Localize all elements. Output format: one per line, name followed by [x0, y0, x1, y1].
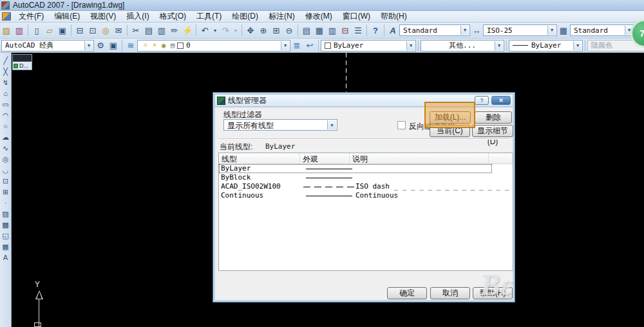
dim-style-combo[interactable]: ISO-25 ▼: [483, 24, 557, 36]
menu-format[interactable]: 格式(O): [155, 10, 191, 23]
ok-button[interactable]: 确定: [387, 287, 427, 299]
etransmit-icon[interactable]: ✉: [112, 24, 125, 37]
properties-icon[interactable]: ▤: [300, 24, 313, 37]
zoom-window-icon[interactable]: ⊞: [270, 24, 283, 37]
misc-tool-icon-1[interactable]: ▨: [0, 24, 13, 37]
linetype-filter-combo[interactable]: 显示所有线型 ▼: [223, 119, 337, 131]
delete-button[interactable]: 删除: [475, 111, 512, 124]
polygon-icon[interactable]: ⌂: [1, 88, 11, 98]
insert-block-icon[interactable]: ⊡: [1, 176, 11, 186]
column-header-appearance[interactable]: 外观: [300, 153, 350, 164]
color-combo[interactable]: ByLayer ▼: [321, 40, 416, 51]
zoom-previous-icon[interactable]: ⊖: [283, 24, 296, 37]
undo-dropdown-icon[interactable]: ▾: [211, 24, 219, 37]
construction-line-icon[interactable]: ╳: [1, 66, 11, 77]
help-button[interactable]: 帮助(H): [473, 287, 513, 299]
menu-view[interactable]: 视图(V): [85, 10, 121, 23]
circle-icon[interactable]: ○: [1, 121, 11, 131]
lineweight-combo[interactable]: ByLayer ▼: [509, 40, 583, 51]
linetype-row-byblock[interactable]: ByBlock: [219, 173, 492, 182]
invert-filter-checkbox[interactable]: [397, 121, 406, 129]
layer-on-icon[interactable]: ☼: [141, 39, 150, 51]
layer-freeze-icon[interactable]: ☀: [150, 39, 159, 51]
table-style-combo[interactable]: Standard ▼: [570, 24, 634, 36]
workspace-settings-icon[interactable]: ⚙: [94, 39, 107, 51]
rectangle-icon[interactable]: ▭: [1, 99, 11, 109]
workspace-save-icon[interactable]: ▣: [107, 39, 120, 51]
redo-icon[interactable]: ↷: [219, 24, 232, 37]
publish-icon[interactable]: ◎: [99, 24, 112, 37]
menu-insert[interactable]: 插入(I): [121, 10, 154, 23]
mtext-icon[interactable]: A: [1, 252, 11, 263]
redo-dropdown-icon[interactable]: ▾: [232, 24, 240, 37]
text-style-combo[interactable]: Standard ▼: [399, 24, 470, 36]
sheet-set-icon[interactable]: ⊟: [339, 24, 352, 37]
menu-tools[interactable]: 工具(T): [191, 10, 227, 23]
help-icon[interactable]: ?: [369, 24, 382, 37]
dialog-close-button[interactable]: ✕: [491, 96, 511, 105]
undo-icon[interactable]: ↶: [198, 24, 211, 37]
chevron-down-icon[interactable]: ▼: [573, 41, 582, 50]
menu-file[interactable]: 文件(F): [14, 10, 49, 23]
chevron-down-icon[interactable]: ▼: [495, 41, 503, 50]
make-block-icon[interactable]: ⊞: [1, 187, 11, 197]
chevron-down-icon[interactable]: ▼: [281, 41, 289, 50]
gradient-icon[interactable]: ▩: [1, 220, 11, 230]
ellipse-icon[interactable]: ◎: [1, 154, 11, 164]
misc-tool-icon-2[interactable]: ▥: [13, 24, 26, 37]
new-file-icon[interactable]: ▯: [30, 24, 43, 37]
menu-modify[interactable]: 修改(M): [300, 10, 337, 23]
cancel-button[interactable]: 取消: [430, 287, 470, 299]
line-icon[interactable]: ╱: [1, 55, 11, 66]
dialog-title-bar[interactable]: 线型管理器 ? ✕: [214, 94, 513, 107]
column-header-description[interactable]: 说明: [350, 153, 489, 164]
layer-manager-icon[interactable]: ≋: [124, 39, 137, 51]
arc-icon[interactable]: ◠: [1, 110, 11, 120]
make-object-layer-current-icon[interactable]: ≣: [290, 39, 303, 51]
chevron-down-icon[interactable]: ▼: [84, 41, 93, 50]
plot-icon[interactable]: ⊟: [73, 24, 86, 37]
block-editor-icon[interactable]: ⚡: [181, 24, 194, 37]
current-button[interactable]: 当前(C): [430, 125, 470, 137]
plot-preview-icon[interactable]: ⊡: [86, 24, 99, 37]
menu-dimension[interactable]: 标注(N): [263, 10, 300, 23]
point-icon[interactable]: ·: [1, 198, 11, 208]
tool-palettes-icon[interactable]: ▥: [326, 24, 339, 37]
table-icon[interactable]: ▦: [1, 241, 11, 252]
menu-help[interactable]: 帮助(H): [375, 10, 412, 23]
layer-plot-icon[interactable]: ▤: [168, 39, 177, 51]
minimized-drawing-window[interactable]: D...: [12, 54, 32, 70]
copy-icon[interactable]: ▤: [142, 24, 155, 37]
paste-icon[interactable]: ▥: [155, 24, 168, 37]
menu-edit[interactable]: 编辑(E): [49, 10, 85, 23]
workspace-combo[interactable]: AutoCAD 经典 ▼: [1, 40, 94, 51]
pan-icon[interactable]: ✥: [244, 24, 257, 37]
linetype-combo[interactable]: 其他... ▼: [421, 40, 504, 51]
linetype-row-acad-iso02w100[interactable]: ACAD_ISO02W100 ISO dash _ _ _ _ _ _ _ _ …: [219, 182, 492, 191]
hatch-icon[interactable]: ▨: [1, 209, 11, 219]
layer-lock-icon[interactable]: ◉: [159, 39, 168, 51]
quickcalc-icon[interactable]: ☰: [352, 24, 365, 37]
ellipse-arc-icon[interactable]: ◡: [1, 165, 11, 175]
chevron-down-icon[interactable]: ▼: [327, 120, 336, 129]
load-button[interactable]: 加载(L)...: [430, 111, 471, 124]
cut-icon[interactable]: ✂: [129, 24, 142, 37]
revision-cloud-icon[interactable]: ☁: [1, 132, 11, 142]
save-icon[interactable]: ▣: [56, 24, 69, 37]
chevron-down-icon[interactable]: ▼: [460, 26, 469, 35]
polyline-icon[interactable]: ↯: [1, 77, 11, 88]
menu-window[interactable]: 窗口(W): [337, 10, 375, 23]
zoom-realtime-icon[interactable]: ⊕: [257, 24, 270, 37]
linetype-row-continuous[interactable]: Continuous Continuous: [219, 191, 492, 200]
spline-icon[interactable]: ∿: [1, 143, 11, 153]
designcenter-icon[interactable]: ▦: [313, 24, 326, 37]
dialog-help-button[interactable]: ?: [475, 96, 489, 105]
chevron-down-icon[interactable]: ▼: [406, 41, 415, 50]
open-file-icon[interactable]: ▱: [43, 24, 56, 37]
show-details-button[interactable]: 显示细节(D): [472, 125, 513, 137]
layer-previous-icon[interactable]: ↩: [303, 39, 316, 51]
match-properties-icon[interactable]: ✏: [168, 24, 181, 37]
menu-draw[interactable]: 绘图(D): [227, 10, 263, 23]
layer-combo[interactable]: ☼ ☀ ◉ ▤ 0 ▼: [137, 40, 290, 51]
linetype-row-bylayer[interactable]: ByLayer: [219, 164, 492, 173]
